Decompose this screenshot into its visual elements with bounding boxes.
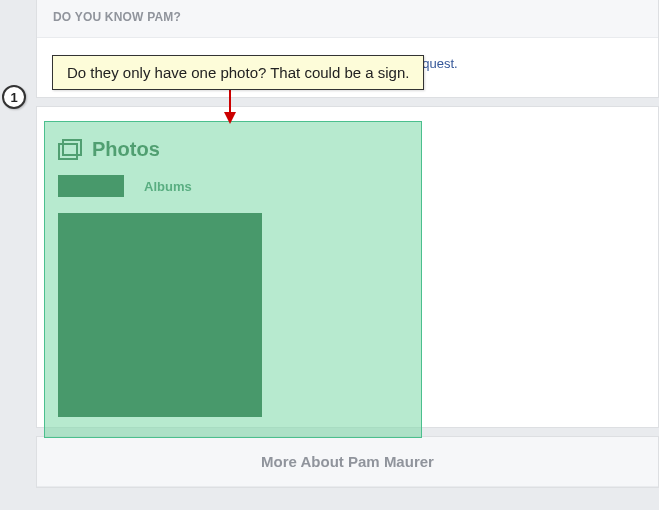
more-about-title: More About Pam Maurer [261,453,434,470]
photos-tab-active[interactable] [58,175,124,197]
svg-rect-1 [63,140,81,155]
photos-tab-albums[interactable]: Albums [144,179,192,194]
photos-section: Photos Albums [58,134,408,417]
more-about-card: More About Pam Maurer [36,436,659,488]
know-user-title: DO YOU KNOW PAM? [53,10,181,24]
svg-rect-0 [59,144,77,159]
photos-tabs-row: Albums [58,171,408,207]
annotation-step-marker: 1 [2,85,26,109]
annotation-callout-text: Do they only have one photo? That could … [67,64,409,81]
annotation-step-number: 1 [10,90,17,105]
photos-heading-row: Photos [58,134,408,171]
photos-title[interactable]: Photos [92,138,160,161]
know-user-header: DO YOU KNOW PAM? [37,0,658,38]
photos-icon [58,139,82,161]
annotation-callout: Do they only have one photo? That could … [52,55,424,90]
more-about-band: More About Pam Maurer [37,437,658,487]
photo-thumbnail[interactable] [58,213,262,417]
